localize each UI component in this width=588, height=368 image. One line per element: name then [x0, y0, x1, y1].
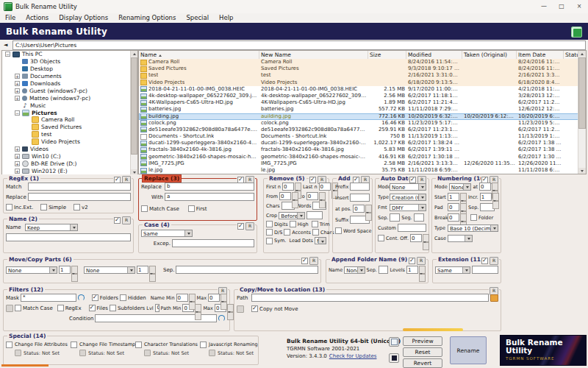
- numbering-mode-dropdown[interactable]: None: [449, 183, 472, 191]
- spin-down-icon[interactable]: [227, 312, 234, 320]
- append-sep-input[interactable]: [379, 266, 389, 274]
- tree-item-video-projects[interactable]: Video Projects: [2, 138, 137, 146]
- file-row[interactable]: testtest2/16/2021 3:31:08 PM2/16/2021 3:…: [139, 72, 578, 79]
- change-file-timestamps-checkbox[interactable]: [71, 342, 77, 348]
- file-list-scrollbar-thumb[interactable]: [578, 57, 586, 129]
- files-checkbox[interactable]: [89, 305, 96, 311]
- to-spinner[interactable]: 0: [306, 192, 326, 200]
- at-pos-spinner[interactable]: 0: [353, 205, 372, 213]
- character-translations-checkbox[interactable]: [135, 342, 142, 348]
- file-row[interactable]: geometric-3840x2160-shapes-mosaic-hd-308…: [139, 154, 578, 160]
- spin-down-icon[interactable]: [492, 201, 499, 209]
- word-space-checkbox[interactable]: [335, 227, 342, 234]
- date-format-dropdown[interactable]: DMY: [390, 204, 426, 211]
- date-seg-input[interactable]: [414, 213, 424, 222]
- file-row[interactable]: Documents - Shortcut.lnkDocuments - Shor…: [139, 133, 578, 140]
- filter-regex-checkbox[interactable]: [57, 305, 64, 311]
- check-updates-link[interactable]: Check for Updates: [329, 353, 377, 359]
- tree-scrollbar-thumb[interactable]: [131, 57, 137, 155]
- move-to-spinner[interactable]: 1: [137, 266, 156, 274]
- path-input[interactable]: C:\Users\User\Pictures: [12, 40, 586, 50]
- spin-down-icon[interactable]: [220, 302, 227, 310]
- date-custom-input[interactable]: [398, 224, 426, 232]
- century-checkbox[interactable]: [378, 235, 384, 241]
- panel-enable-checkbox[interactable]: [409, 258, 415, 264]
- chars-checkbox[interactable]: [312, 229, 319, 236]
- simple-checkbox[interactable]: [40, 204, 47, 210]
- reset-panel-button[interactable]: R: [417, 257, 426, 265]
- from-spinner[interactable]: 0: [279, 192, 298, 200]
- close-button[interactable]: ×: [570, 0, 588, 13]
- replace-input[interactable]: b: [165, 183, 254, 191]
- column-header-new-name[interactable]: New Name: [259, 51, 368, 59]
- file-row[interactable]: building.jpgauilding.jpg772.16 KB10/20/2…: [139, 113, 578, 120]
- spin-down-icon[interactable]: [319, 200, 326, 208]
- increment-spinner[interactable]: 1: [480, 193, 499, 201]
- file-row[interactable]: batteries.jpgbatteries.jpg557.72 KB11/11…: [139, 106, 578, 113]
- javascript-renaming-checkbox[interactable]: [200, 342, 207, 348]
- copy-not-move-checkbox[interactable]: [251, 305, 258, 312]
- toggle-theme-button[interactable]: [389, 353, 399, 363]
- levels-spinner[interactable]: 1: [406, 266, 426, 274]
- file-row[interactable]: de51eeafe3932862c908d80a78a6477e.jpgde51…: [139, 127, 578, 133]
- scroll-down-icon[interactable]: [578, 168, 586, 174]
- file-list-scrollbar[interactable]: [578, 51, 586, 174]
- column-header-name[interactable]: Name: [139, 51, 259, 59]
- scroll-up-icon[interactable]: [131, 51, 137, 57]
- tree-item-documents[interactable]: +Documents: [2, 73, 137, 80]
- maximize-button[interactable]: □: [553, 0, 570, 13]
- spin-down-icon[interactable]: [419, 274, 426, 282]
- tree-item-saved-pictures[interactable]: Saved Pictures: [2, 124, 137, 131]
- file-row[interactable]: colock.pngcolock.png16.46 KB11/23/2019 5…: [139, 120, 578, 127]
- file-row[interactable]: Camera RollCamera Roll8/24/2016 11:54:51…: [139, 59, 578, 66]
- preview-button[interactable]: Preview: [403, 336, 442, 346]
- collapse-icon[interactable]: −: [15, 110, 20, 116]
- move-from-spinner[interactable]: 1: [59, 266, 78, 274]
- break-spinner[interactable]: 0: [448, 213, 467, 222]
- v2-checkbox[interactable]: [74, 204, 80, 210]
- menu-actions[interactable]: Actions: [21, 13, 54, 23]
- collapse-icon[interactable]: −: [5, 52, 10, 57]
- expand-icon[interactable]: +: [15, 96, 20, 101]
- tree-item-matteo-windows7-pc[interactable]: +Matteo (windows7-pc): [2, 94, 137, 102]
- mask-input[interactable]: *: [21, 294, 76, 302]
- spin-down-icon[interactable]: [149, 274, 156, 282]
- file-row[interactable]: fractals-3840x2160-4k-3816.jpgfractals-3…: [139, 146, 578, 153]
- spin-down-icon[interactable]: [71, 274, 78, 282]
- spin-down-icon[interactable]: [195, 312, 201, 320]
- case-mode-dropdown[interactable]: Same: [141, 230, 193, 237]
- expand-icon[interactable]: +: [15, 146, 20, 152]
- accents-checkbox[interactable]: [284, 229, 290, 236]
- tree-scrollbar[interactable]: [130, 51, 137, 175]
- tree-item-desktop[interactable]: Desktop: [2, 66, 137, 73]
- menu-file[interactable]: File: [0, 13, 21, 23]
- spin-down-icon[interactable]: [189, 302, 196, 310]
- tree-item-videos[interactable]: +Videos: [2, 146, 137, 153]
- reset-panel-button[interactable]: R: [490, 257, 498, 265]
- tree-item-win2012-e[interactable]: +Win2012 (E:): [2, 167, 137, 174]
- menu-special[interactable]: Special: [181, 13, 214, 23]
- trim-checkbox[interactable]: [312, 221, 318, 227]
- file-row[interactable]: Saved PicturesSaved Pictures9/3/2018 9:1…: [139, 66, 578, 72]
- digits-checkbox[interactable]: [266, 221, 273, 227]
- expand-icon[interactable]: +: [15, 169, 20, 174]
- column-header-item-date[interactable]: Item Date: [517, 51, 564, 59]
- lead-dots-dropdown[interactable]: None: [315, 237, 326, 244]
- symbols-checkbox[interactable]: [266, 238, 273, 244]
- expand-icon[interactable]: +: [15, 161, 20, 166]
- level-input[interactable]: 0: [155, 304, 159, 312]
- date-sep-input[interactable]: [390, 213, 400, 222]
- extension-mode-dropdown[interactable]: Same: [435, 266, 470, 274]
- menu-help[interactable]: Help: [214, 13, 238, 23]
- file-row[interactable]: Video ProjectsVideo Projects6/18/2020 9:…: [139, 79, 578, 86]
- column-header-size[interactable]: Size: [368, 51, 406, 59]
- filter-match-case-checkbox[interactable]: [15, 305, 21, 311]
- location-path-input[interactable]: [251, 294, 489, 302]
- change-file-attributes-checkbox[interactable]: [6, 342, 12, 348]
- tree-item-camera-roll[interactable]: Camera Roll: [2, 116, 137, 124]
- browse-folder-icon[interactable]: [490, 294, 498, 302]
- crop-input[interactable]: [306, 211, 323, 219]
- menu-renaming-options[interactable]: Renaming Options: [113, 13, 181, 23]
- move-to-dropdown[interactable]: None: [84, 266, 135, 274]
- regex-replace-input[interactable]: [28, 193, 131, 201]
